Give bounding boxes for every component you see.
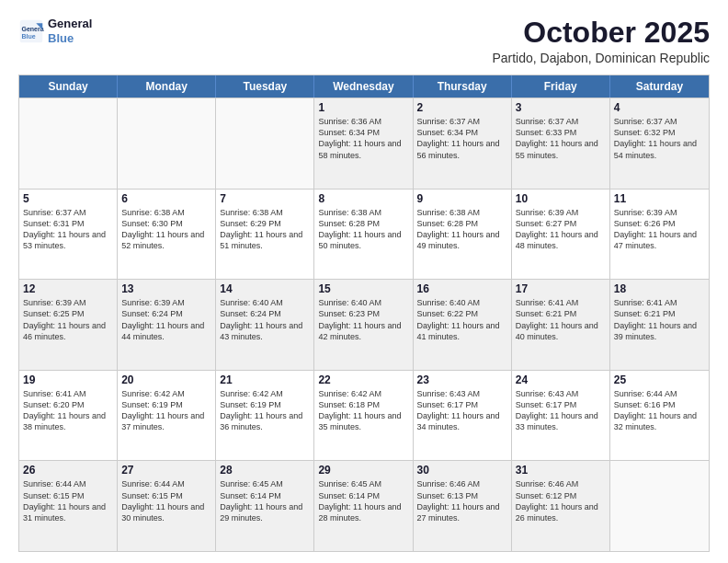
day-info: Sunrise: 6:42 AM Sunset: 6:19 PM Dayligh… <box>220 388 310 433</box>
calendar-cell: 2Sunrise: 6:37 AM Sunset: 6:34 PM Daylig… <box>414 98 512 189</box>
day-number: 21 <box>220 373 310 386</box>
weekday-header-friday: Friday <box>512 75 610 98</box>
day-info: Sunrise: 6:40 AM Sunset: 6:24 PM Dayligh… <box>220 297 310 342</box>
calendar-cell: 11Sunrise: 6:39 AM Sunset: 6:26 PM Dayli… <box>610 190 709 280</box>
calendar-cell: 18Sunrise: 6:41 AM Sunset: 6:21 PM Dayli… <box>610 280 709 370</box>
calendar-cell: 31Sunrise: 6:46 AM Sunset: 6:12 PM Dayli… <box>512 461 610 551</box>
day-info: Sunrise: 6:44 AM Sunset: 6:15 PM Dayligh… <box>121 478 211 523</box>
calendar-cell: 29Sunrise: 6:45 AM Sunset: 6:14 PM Dayli… <box>314 461 413 551</box>
day-number: 4 <box>614 101 705 114</box>
day-info: Sunrise: 6:37 AM Sunset: 6:31 PM Dayligh… <box>23 207 113 252</box>
day-number: 29 <box>318 464 408 477</box>
calendar-cell: 23Sunrise: 6:43 AM Sunset: 6:17 PM Dayli… <box>414 371 512 461</box>
weekday-header-sunday: Sunday <box>19 75 118 98</box>
month-title: October 2025 <box>492 17 710 49</box>
weekday-header-thursday: Thursday <box>414 75 512 98</box>
calendar-cell: 13Sunrise: 6:39 AM Sunset: 6:24 PM Dayli… <box>118 280 216 370</box>
title-block: October 2025 Partido, Dajabon, Dominican… <box>492 17 710 65</box>
calendar-body: 1Sunrise: 6:36 AM Sunset: 6:34 PM Daylig… <box>19 98 709 551</box>
day-info: Sunrise: 6:41 AM Sunset: 6:21 PM Dayligh… <box>614 297 705 342</box>
day-number: 19 <box>23 373 113 386</box>
day-info: Sunrise: 6:42 AM Sunset: 6:19 PM Dayligh… <box>121 388 211 433</box>
day-number: 22 <box>318 373 408 386</box>
calendar-cell <box>19 98 118 189</box>
weekday-header-monday: Monday <box>118 75 216 98</box>
day-info: Sunrise: 6:43 AM Sunset: 6:17 PM Dayligh… <box>516 388 606 433</box>
calendar: SundayMondayTuesdayWednesdayThursdayFrid… <box>18 75 710 552</box>
day-info: Sunrise: 6:41 AM Sunset: 6:21 PM Dayligh… <box>516 297 606 342</box>
day-number: 31 <box>516 464 606 477</box>
calendar-row-4: 19Sunrise: 6:41 AM Sunset: 6:20 PM Dayli… <box>19 370 709 461</box>
day-number: 17 <box>516 282 606 295</box>
calendar-cell <box>610 461 709 551</box>
day-number: 10 <box>516 192 606 205</box>
calendar-cell: 9Sunrise: 6:38 AM Sunset: 6:28 PM Daylig… <box>414 190 512 280</box>
day-info: Sunrise: 6:39 AM Sunset: 6:24 PM Dayligh… <box>121 297 211 342</box>
calendar-cell <box>216 98 314 189</box>
day-info: Sunrise: 6:44 AM Sunset: 6:15 PM Dayligh… <box>23 478 113 523</box>
day-number: 11 <box>614 192 705 205</box>
day-info: Sunrise: 6:44 AM Sunset: 6:16 PM Dayligh… <box>614 388 705 433</box>
day-info: Sunrise: 6:38 AM Sunset: 6:28 PM Dayligh… <box>318 207 408 252</box>
calendar-row-2: 5Sunrise: 6:37 AM Sunset: 6:31 PM Daylig… <box>19 189 709 280</box>
day-info: Sunrise: 6:46 AM Sunset: 6:13 PM Dayligh… <box>417 478 507 523</box>
header: General Blue General Blue October 2025 P… <box>18 17 710 65</box>
calendar-cell: 24Sunrise: 6:43 AM Sunset: 6:17 PM Dayli… <box>512 371 610 461</box>
day-info: Sunrise: 6:39 AM Sunset: 6:26 PM Dayligh… <box>614 207 705 252</box>
calendar-row-3: 12Sunrise: 6:39 AM Sunset: 6:25 PM Dayli… <box>19 279 709 370</box>
day-info: Sunrise: 6:39 AM Sunset: 6:27 PM Dayligh… <box>516 207 606 252</box>
day-number: 28 <box>220 464 310 477</box>
calendar-header: SundayMondayTuesdayWednesdayThursdayFrid… <box>19 75 709 98</box>
day-number: 16 <box>417 282 507 295</box>
calendar-cell: 7Sunrise: 6:38 AM Sunset: 6:29 PM Daylig… <box>216 190 314 280</box>
day-number: 18 <box>614 282 705 295</box>
subtitle: Partido, Dajabon, Dominican Republic <box>492 51 710 65</box>
day-number: 5 <box>23 192 113 205</box>
weekday-header-saturday: Saturday <box>610 75 709 98</box>
day-number: 1 <box>318 101 408 114</box>
calendar-cell: 22Sunrise: 6:42 AM Sunset: 6:18 PM Dayli… <box>314 371 413 461</box>
calendar-cell: 14Sunrise: 6:40 AM Sunset: 6:24 PM Dayli… <box>216 280 314 370</box>
day-info: Sunrise: 6:43 AM Sunset: 6:17 PM Dayligh… <box>417 388 507 433</box>
day-info: Sunrise: 6:39 AM Sunset: 6:25 PM Dayligh… <box>23 297 113 342</box>
day-number: 8 <box>318 192 408 205</box>
logo-text: General Blue <box>48 17 92 45</box>
day-number: 12 <box>23 282 113 295</box>
calendar-cell: 20Sunrise: 6:42 AM Sunset: 6:19 PM Dayli… <box>118 371 216 461</box>
calendar-cell: 3Sunrise: 6:37 AM Sunset: 6:33 PM Daylig… <box>512 98 610 189</box>
calendar-cell: 8Sunrise: 6:38 AM Sunset: 6:28 PM Daylig… <box>314 190 413 280</box>
day-info: Sunrise: 6:46 AM Sunset: 6:12 PM Dayligh… <box>516 478 606 523</box>
calendar-cell: 12Sunrise: 6:39 AM Sunset: 6:25 PM Dayli… <box>19 280 118 370</box>
calendar-cell: 5Sunrise: 6:37 AM Sunset: 6:31 PM Daylig… <box>19 190 118 280</box>
day-number: 3 <box>516 101 606 114</box>
day-number: 6 <box>121 192 211 205</box>
day-number: 14 <box>220 282 310 295</box>
calendar-cell: 27Sunrise: 6:44 AM Sunset: 6:15 PM Dayli… <box>118 461 216 551</box>
logo-icon: General Blue <box>18 18 44 44</box>
weekday-header-tuesday: Tuesday <box>216 75 314 98</box>
day-info: Sunrise: 6:40 AM Sunset: 6:23 PM Dayligh… <box>318 297 408 342</box>
svg-text:Blue: Blue <box>22 32 36 39</box>
day-number: 9 <box>417 192 507 205</box>
day-number: 24 <box>516 373 606 386</box>
day-info: Sunrise: 6:36 AM Sunset: 6:34 PM Dayligh… <box>318 116 408 161</box>
day-info: Sunrise: 6:37 AM Sunset: 6:34 PM Dayligh… <box>417 116 507 161</box>
day-number: 25 <box>614 373 705 386</box>
day-number: 7 <box>220 192 310 205</box>
calendar-cell: 1Sunrise: 6:36 AM Sunset: 6:34 PM Daylig… <box>314 98 413 189</box>
day-info: Sunrise: 6:38 AM Sunset: 6:28 PM Dayligh… <box>417 207 507 252</box>
calendar-cell: 28Sunrise: 6:45 AM Sunset: 6:14 PM Dayli… <box>216 461 314 551</box>
day-info: Sunrise: 6:37 AM Sunset: 6:33 PM Dayligh… <box>516 116 606 161</box>
calendar-cell: 30Sunrise: 6:46 AM Sunset: 6:13 PM Dayli… <box>414 461 512 551</box>
day-number: 26 <box>23 464 113 477</box>
day-number: 27 <box>121 464 211 477</box>
day-info: Sunrise: 6:40 AM Sunset: 6:22 PM Dayligh… <box>417 297 507 342</box>
calendar-cell: 26Sunrise: 6:44 AM Sunset: 6:15 PM Dayli… <box>19 461 118 551</box>
calendar-cell: 15Sunrise: 6:40 AM Sunset: 6:23 PM Dayli… <box>314 280 413 370</box>
calendar-cell <box>118 98 216 189</box>
calendar-cell: 21Sunrise: 6:42 AM Sunset: 6:19 PM Dayli… <box>216 371 314 461</box>
day-number: 20 <box>121 373 211 386</box>
calendar-row-1: 1Sunrise: 6:36 AM Sunset: 6:34 PM Daylig… <box>19 98 709 189</box>
day-number: 15 <box>318 282 408 295</box>
calendar-cell: 25Sunrise: 6:44 AM Sunset: 6:16 PM Dayli… <box>610 371 709 461</box>
